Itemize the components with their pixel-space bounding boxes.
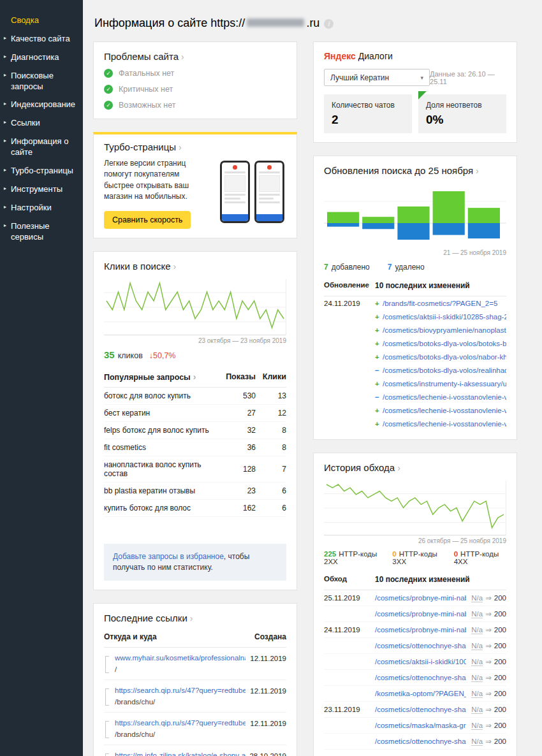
compare-speed-button[interactable]: Сравнить скорость — [104, 211, 191, 229]
link-target-path: /brands/chu/ — [115, 731, 268, 738]
sidebar-item-1[interactable]: ▸Качество сайта — [0, 30, 83, 48]
clicks-title-link[interactable]: Клики в поиске› — [104, 261, 176, 272]
old-code: N/a — [471, 626, 483, 634]
chats-count-box: Количество чатов 2 — [324, 94, 412, 133]
update-url[interactable]: /cosmetics/botoks-dlya-volos/botoks-bott… — [383, 340, 506, 347]
old-code: N/a — [471, 722, 483, 730]
clicks-chart — [104, 279, 286, 335]
crawl-url[interactable]: /cosmetics/ottenochnye-sha... — [375, 642, 466, 650]
sidebar-item-label: Настройки — [11, 203, 52, 212]
col-created: Создана — [254, 632, 286, 641]
link-target-path: /brands/chu/ — [115, 698, 268, 706]
sidebar-item-10[interactable]: ▸Полезные сервисы — [0, 217, 83, 247]
crawl-url[interactable]: /cosmetics/maska/maska-gr... — [375, 722, 466, 729]
query-shows: 162 — [225, 499, 256, 516]
crawl-codes: 225HTTP-коды 2XX0HTTP-коды 3XX0HTTP-коды… — [324, 550, 506, 565]
crawl-status: N/a⇒200 — [471, 673, 506, 682]
link-date: 12.11.2019 — [250, 720, 286, 727]
implies-icon: ⇒ — [485, 594, 492, 602]
implies-icon: ⇒ — [485, 658, 492, 665]
removed-stat: 7удалено — [388, 263, 425, 272]
update-row: +/cosmetics/instrumenty-i-aksessuary/uty… — [324, 377, 506, 390]
dialog-select[interactable]: Лучший Кератин▾ — [324, 69, 430, 86]
phone-cta-bar — [222, 214, 248, 221]
crawl-url[interactable]: /kosmetika-optom/?PAGEN_... — [375, 690, 466, 697]
sidebar-item-8[interactable]: ▸Инструменты — [0, 180, 83, 199]
queries-tbody: ботокс для волос купить53013бест кератин… — [104, 387, 286, 516]
sidebar-item-6[interactable]: ▸Информация о сайте — [0, 133, 83, 162]
link-row: www.myhair.su/kosmetika/professionalnaya… — [104, 648, 286, 680]
update-url[interactable]: /cosmetics/botoks-dlya-volos/realinhador… — [383, 367, 506, 374]
crawl-url[interactable]: /cosmetics/aktsii-i-skidki/100... — [375, 658, 466, 665]
sidebar-item-label: Качество сайта — [11, 34, 70, 43]
crawl-row: /cosmetics/ottenochnye-sha...N/a⇒200 — [324, 734, 506, 750]
queries-title-link[interactable]: Популярные запросы› — [104, 372, 225, 388]
query-text: нанопластика волос купить состав — [104, 456, 225, 482]
sidebar-item-4[interactable]: ▸Индексирование — [0, 96, 83, 114]
col-crawl: Обход — [324, 575, 375, 584]
update-url[interactable]: /cosmetics/biovypryamlenie/nanoplastika-… — [383, 326, 506, 334]
backlink-url[interactable]: https://search.qip.ru/s/47?query=redtube… — [115, 719, 245, 727]
old-code: N/a — [471, 674, 483, 682]
link-bracket-icon — [105, 656, 109, 673]
crawl-url[interactable]: /cosmetics/probnye-mini-nab... — [375, 626, 466, 634]
links-list: www.myhair.su/kosmetika/professionalnaya… — [104, 648, 286, 756]
sidebar-item-label: Индексирование — [11, 99, 75, 109]
crawl-url[interactable]: /cosmetics/ottenochnye-sha... — [375, 738, 466, 745]
backlink-url[interactable]: https://m.info-zilina.sk/katalog/e-shopy… — [115, 752, 245, 756]
sidebar-nav: Сводка▸Качество сайта▸Диагностика▸Поиско… — [0, 11, 83, 246]
link-arrow-icon: › — [181, 52, 184, 62]
sidebar-item-0[interactable]: Сводка — [0, 11, 83, 30]
link-target-path: / — [115, 665, 268, 673]
update-url[interactable]: /cosmetics/lechenie-i-vosstanovlenie-vol… — [383, 407, 506, 414]
link-date: 28.10.2019 — [249, 752, 286, 756]
chevron-right-icon: ▸ — [4, 119, 6, 126]
update-url[interactable]: /cosmetics/aktsii-i-skidki/10285-shag-2-… — [383, 313, 506, 321]
link-row: https://search.qip.ru/s/47?query=redtube… — [104, 680, 286, 713]
info-icon[interactable]: i — [324, 19, 333, 29]
problems-title-link[interactable]: Проблемы сайта› — [104, 51, 184, 62]
implies-icon: ⇒ — [485, 626, 492, 634]
main-content: Информация о сайте https://.rui Проблемы… — [83, 0, 542, 756]
new-code: 200 — [494, 722, 506, 729]
query-clicks: 7 — [256, 456, 286, 482]
crawl-url[interactable]: /cosmetics/ottenochnye-sha... — [375, 706, 466, 713]
turbo-title-link[interactable]: Турбо-страницы› — [104, 142, 182, 152]
update-url[interactable]: /cosmetics/botoks-dlya-volos/nabor-kholo… — [383, 353, 506, 361]
no-answer-label: Доля неответов — [426, 101, 499, 110]
sidebar-item-5[interactable]: ▸Ссылки — [0, 114, 83, 133]
link-date: 12.11.2019 — [250, 655, 286, 662]
phones-illustration — [217, 159, 286, 227]
sidebar-item-7[interactable]: ▸Турбо-страницы — [0, 162, 83, 180]
search-clicks-card: Клики в поиске› 23 октября — 23 ноября 2… — [93, 251, 297, 591]
update-url[interactable]: /brands/fit-cosmetics/?PAGEN_2=5 — [383, 300, 506, 307]
updates-title-link[interactable]: Обновления поиска до 25 ноября› — [324, 165, 479, 176]
backlink-url[interactable]: https://search.qip.ru/s/47?query=redtube… — [115, 687, 245, 694]
update-url[interactable]: /cosmetics/lechenie-i-vosstanovlenie-vol… — [383, 420, 506, 428]
crawl-url[interactable]: /cosmetics/ottenochnye-sha... — [375, 674, 466, 681]
query-row: нанопластика волос купить состав1287 — [104, 456, 286, 482]
http-code-label: HTTP-коды 4XX — [454, 550, 499, 565]
chevron-right-icon: ▸ — [4, 222, 6, 229]
add-to-favorites-link[interactable]: Добавьте запросы в избранное — [113, 552, 224, 561]
updates-chart-period: 21 — 25 ноября 2019 — [324, 249, 506, 256]
logo-dot — [267, 165, 272, 170]
crawl-url[interactable]: /cosmetics/probnye-mini-nab... — [375, 610, 466, 618]
crawl-status: N/a⇒200 — [471, 721, 506, 730]
implies-icon: ⇒ — [485, 706, 492, 713]
sidebar-item-3[interactable]: ▸Поисковые запросы — [0, 67, 83, 96]
backlink-url[interactable]: www.myhair.su/kosmetika/professionalnaya… — [115, 654, 245, 662]
sidebar-item-2[interactable]: ▸Диагностика — [0, 48, 83, 67]
links-title-link[interactable]: Последние ссылки› — [104, 613, 193, 623]
sidebar-item-9[interactable]: ▸Настройки — [0, 199, 83, 217]
crawl-row: 25.11.2019/cosmetics/probnye-mini-nab...… — [324, 590, 506, 606]
query-shows: 27 — [225, 404, 256, 421]
link-row: https://m.info-zilina.sk/katalog/e-shopy… — [104, 745, 286, 756]
query-text: бест кератин — [104, 404, 225, 421]
update-url[interactable]: /cosmetics/instrumenty-i-aksessuary/utyu… — [383, 380, 506, 388]
update-url[interactable]: /cosmetics/lechenie-i-vosstanovlenie-vol… — [383, 393, 506, 401]
old-code: N/a — [471, 738, 483, 746]
crawl-title-link[interactable]: История обхода› — [324, 462, 400, 473]
crawl-url[interactable]: /cosmetics/probnye-mini-nab... — [375, 594, 466, 602]
implies-icon: ⇒ — [485, 642, 492, 650]
